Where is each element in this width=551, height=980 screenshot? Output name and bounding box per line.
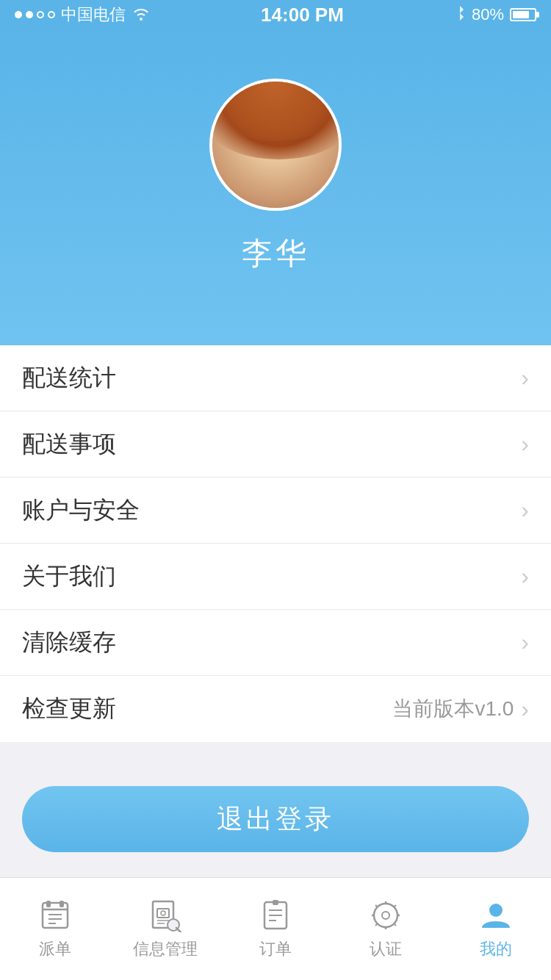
- svg-point-29: [489, 904, 503, 917]
- profile-section: 李华: [0, 29, 551, 345]
- svg-rect-5: [46, 901, 51, 907]
- svg-rect-6: [60, 901, 64, 907]
- info-mgmt-icon: [148, 898, 182, 932]
- menu-item-left: 账户与安全: [22, 494, 140, 527]
- logout-section: 退出登录: [0, 757, 551, 882]
- menu-label-about-us: 关于我们: [22, 561, 116, 593]
- tab-info-mgmt[interactable]: 信息管理: [110, 878, 220, 980]
- menu-item-delivery-tasks[interactable]: 配送事项 ›: [0, 411, 551, 478]
- menu-label-check-update: 检查更新: [22, 693, 116, 725]
- menu-item-check-update[interactable]: 检查更新 当前版本v1.0 ›: [0, 676, 551, 742]
- menu-item-left: 检查更新: [22, 693, 116, 725]
- tab-label-mine: 我的: [480, 938, 512, 960]
- auth-icon: [369, 898, 403, 932]
- menu-item-left: 配送事项: [22, 428, 116, 461]
- menu-item-left: 配送统计: [22, 362, 116, 394]
- svg-line-26: [375, 923, 377, 925]
- chevron-icon: ›: [521, 364, 529, 392]
- chevron-icon: ›: [521, 497, 529, 524]
- menu-right: 当前版本v1.0 ›: [392, 695, 529, 723]
- signal-dot-3: [37, 11, 44, 18]
- menu-right: ›: [521, 430, 529, 458]
- menu-item-delivery-stats[interactable]: 配送统计 ›: [0, 345, 551, 411]
- avatar-image: [212, 79, 339, 211]
- svg-point-19: [374, 904, 397, 927]
- menu-list: 配送统计 › 配送事项 › 账户与安全 › 关于我们 › 清除缓存: [0, 345, 551, 742]
- signal-dot-1: [15, 11, 22, 18]
- svg-line-27: [395, 923, 396, 925]
- avatar[interactable]: [209, 79, 342, 211]
- tab-label-auth: 认证: [370, 938, 402, 960]
- status-bar: 中国电信 14:00 PM 80%: [0, 0, 551, 29]
- battery-fill: [513, 11, 529, 18]
- status-right: 80%: [454, 5, 536, 25]
- chevron-icon: ›: [521, 696, 529, 723]
- signal-dot-4: [48, 11, 55, 18]
- tab-label-info-mgmt: 信息管理: [133, 938, 198, 960]
- dispatch-icon: [38, 898, 72, 932]
- menu-item-left: 清除缓存: [22, 627, 116, 659]
- orders-icon: [259, 898, 292, 932]
- menu-label-account-security: 账户与安全: [22, 494, 140, 527]
- chevron-icon: ›: [521, 629, 529, 656]
- svg-rect-8: [157, 909, 169, 918]
- tab-dispatch[interactable]: 派单: [0, 878, 110, 980]
- battery-icon: [510, 8, 536, 21]
- signal-dots: [15, 11, 55, 18]
- tab-bar: 派单 信息管理 订单: [0, 877, 551, 980]
- section-separator: [0, 742, 551, 757]
- status-time: 14:00 PM: [261, 4, 344, 26]
- mine-icon: [479, 898, 513, 932]
- svg-point-28: [382, 912, 389, 919]
- menu-right: ›: [521, 629, 529, 656]
- chevron-icon: ›: [521, 563, 529, 590]
- menu-right: ›: [521, 497, 529, 524]
- menu-label-clear-cache: 清除缓存: [22, 627, 116, 659]
- battery-percent: 80%: [472, 5, 504, 24]
- menu-label-delivery-stats: 配送统计: [22, 362, 116, 394]
- svg-line-25: [395, 905, 396, 907]
- menu-right: ›: [521, 364, 529, 392]
- signal-dot-2: [26, 11, 33, 18]
- svg-rect-18: [273, 900, 278, 905]
- svg-point-9: [161, 911, 165, 915]
- wifi-icon: [132, 5, 151, 25]
- version-label: 当前版本v1.0: [392, 695, 514, 723]
- menu-item-left: 关于我们: [22, 561, 116, 593]
- logout-button[interactable]: 退出登录: [22, 786, 529, 852]
- menu-item-account-security[interactable]: 账户与安全 ›: [0, 478, 551, 544]
- tab-label-dispatch: 派单: [39, 938, 71, 960]
- tab-label-orders: 订单: [259, 938, 292, 960]
- carrier-label: 中国电信: [61, 4, 126, 26]
- svg-line-24: [375, 905, 377, 907]
- menu-item-about-us[interactable]: 关于我们 ›: [0, 544, 551, 610]
- tab-mine[interactable]: 我的: [441, 878, 551, 980]
- menu-right: ›: [521, 563, 529, 590]
- menu-label-delivery-tasks: 配送事项: [22, 428, 116, 461]
- bluetooth-icon: [454, 5, 466, 25]
- chevron-icon: ›: [521, 430, 529, 458]
- status-left: 中国电信: [15, 4, 151, 26]
- menu-item-clear-cache[interactable]: 清除缓存 ›: [0, 610, 551, 676]
- tab-orders[interactable]: 订单: [220, 878, 331, 980]
- user-name: 李华: [242, 233, 309, 274]
- tab-auth[interactable]: 认证: [331, 878, 441, 980]
